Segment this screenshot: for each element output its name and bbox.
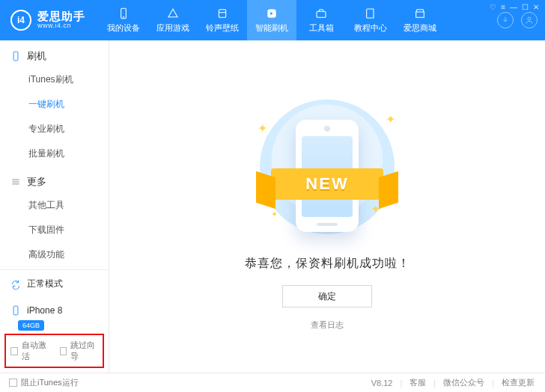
nav-ringtones[interactable]: 铃声壁纸 xyxy=(198,0,247,40)
device-icon xyxy=(10,51,21,61)
footer: 阻止iTunes运行 V8.12 | 客服 | 微信公众号 | 检查更新 xyxy=(0,373,545,392)
nav-store[interactable]: 爱思商城 xyxy=(395,0,445,40)
phone-small-icon xyxy=(10,305,21,316)
refresh-icon xyxy=(10,279,21,290)
svg-point-1 xyxy=(123,16,124,17)
svg-rect-6 xyxy=(13,52,18,61)
version-label: V8.12 xyxy=(371,379,393,388)
sidebar-item-advanced[interactable]: 高级功能 xyxy=(0,242,109,267)
main-panel: ✦✦✦✦ NEW 恭喜您，保资料刷机成功啦！ 确定 查看日志 xyxy=(109,40,545,373)
sidebar-item-pro-flash[interactable]: 专业刷机 xyxy=(0,117,109,141)
download-button[interactable] xyxy=(497,12,514,28)
view-log-link[interactable]: 查看日志 xyxy=(311,319,344,331)
nav-flash[interactable]: 智能刷机 xyxy=(247,0,296,40)
sidebar-group-more: 更多 xyxy=(0,166,109,193)
device-row[interactable]: iPhone 8 xyxy=(0,298,109,317)
book-icon xyxy=(364,7,377,19)
ribbon-label: NEW xyxy=(271,168,383,200)
sidebar-item-batch-flash[interactable]: 批量刷机 xyxy=(0,141,109,166)
account-button[interactable] xyxy=(521,12,538,28)
nav-my-device[interactable]: 我的设备 xyxy=(99,0,148,40)
logo[interactable]: i4 爱思助手 www.i4.cn xyxy=(10,10,85,31)
success-illustration: ✦✦✦✦ NEW xyxy=(249,90,406,239)
flash-options-highlighted: 自动激活 跳过向导 xyxy=(4,334,104,368)
phone-icon xyxy=(117,7,130,19)
nav-tutorials[interactable]: 教程中心 xyxy=(346,0,395,40)
footer-update[interactable]: 检查更新 xyxy=(502,377,535,388)
svg-rect-4 xyxy=(317,11,326,17)
apps-icon xyxy=(166,7,180,19)
sidebar-item-itunes-flash[interactable]: iTunes刷机 xyxy=(0,67,109,92)
nav-apps[interactable]: 应用游戏 xyxy=(148,0,198,40)
sidebar: 刷机 iTunes刷机 一键刷机 专业刷机 批量刷机 更多 其他工具 下载固件 … xyxy=(0,40,109,373)
toolbox-icon xyxy=(314,7,328,19)
mode-row[interactable]: 正常模式 xyxy=(0,270,109,298)
auto-activate-checkbox[interactable]: 自动激活 xyxy=(10,340,49,362)
topbar: ♡ ≡ — ☐ ✕ i4 爱思助手 www.i4.cn 我的设备 应用游戏 铃声… xyxy=(0,0,545,40)
confirm-button[interactable]: 确定 xyxy=(282,285,372,307)
svg-rect-7 xyxy=(13,306,18,315)
brand-url: www.i4.cn xyxy=(37,22,85,29)
top-nav: 我的设备 应用游戏 铃声壁纸 智能刷机 工具箱 教程中心 爱思商城 xyxy=(99,0,445,40)
logo-badge: i4 xyxy=(10,10,31,31)
music-icon xyxy=(216,7,229,19)
footer-support[interactable]: 客服 xyxy=(409,377,426,388)
svg-point-5 xyxy=(528,17,531,20)
skip-guide-checkbox[interactable]: 跳过向导 xyxy=(60,340,99,362)
footer-wechat[interactable]: 微信公众号 xyxy=(443,377,484,388)
flash-icon xyxy=(265,7,278,19)
mode-label: 正常模式 xyxy=(27,278,63,290)
svg-rect-2 xyxy=(219,9,225,17)
brand-name: 爱思助手 xyxy=(37,10,85,22)
storage-chip: 64GB xyxy=(18,320,44,331)
top-right-buttons xyxy=(497,0,538,40)
device-name: iPhone 8 xyxy=(27,305,62,316)
sidebar-item-download-fw[interactable]: 下载固件 xyxy=(0,218,109,242)
theme-icon[interactable]: ♡ xyxy=(490,3,496,11)
store-icon xyxy=(413,7,427,19)
block-itunes-checkbox[interactable]: 阻止iTunes运行 xyxy=(9,377,79,388)
success-message: 恭喜您，保资料刷机成功啦！ xyxy=(245,256,410,272)
nav-tools[interactable]: 工具箱 xyxy=(296,0,346,40)
sidebar-item-other-tools[interactable]: 其他工具 xyxy=(0,193,109,218)
sidebar-group-flash: 刷机 xyxy=(0,40,109,67)
sidebar-item-oneclick-flash[interactable]: 一键刷机 xyxy=(0,92,109,117)
sidebar-bottom: 正常模式 iPhone 8 64GB xyxy=(0,269,109,335)
menu-icon xyxy=(10,177,21,187)
